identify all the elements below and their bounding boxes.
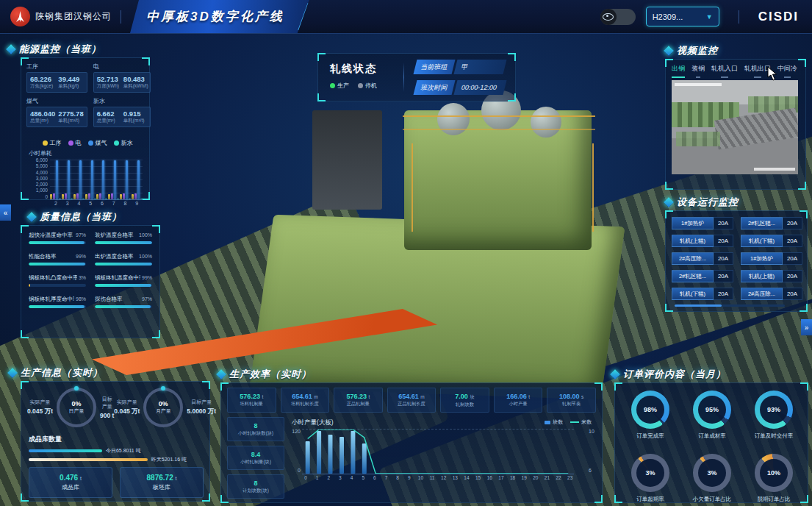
x-tick: 9: [135, 201, 138, 206]
equipment-current-value: 20A: [714, 217, 733, 229]
legend-label: 块数: [553, 418, 563, 426]
equipment-cell: 2#轧区辊...20A: [672, 270, 733, 282]
x-tick: 4: [77, 201, 80, 206]
hourly-chart-title: 小时产量(大板): [292, 418, 334, 427]
bar-group: [96, 160, 107, 199]
y-tick: 5,000: [29, 164, 48, 169]
donut-value: 10%: [760, 459, 788, 487]
platform-railing: [403, 115, 595, 117]
inventory-bar-row: 昨天5201.16 吨: [29, 455, 204, 464]
order-donuts: 98%订单完成率95%订单成材率93%订单及时交付率3%订单超期率3%小欠量订单…: [622, 391, 802, 506]
x-tick: 17: [497, 475, 505, 480]
equipment-name-button[interactable]: 轧机(下辊): [672, 288, 714, 300]
line-legend-swatch: [570, 421, 579, 423]
quality-item: 性能合格率99%: [29, 253, 86, 266]
energy-panel: 工序68.226万焦(kgce)39.449单耗(kg/t)电52.713万度(…: [21, 57, 150, 200]
quality-item: 钢板终轧厚度命中率98%: [29, 296, 86, 308]
inventory-bar-row: 今日65.8011 吨: [29, 446, 204, 455]
x-tick: 10: [417, 475, 424, 480]
equipment-cell: 2#高压除...20A: [741, 288, 802, 300]
energy-chart-ylabel: 小时单耗: [29, 149, 52, 157]
camera-feed[interactable]: [672, 80, 798, 174]
progress-track: [29, 241, 86, 244]
efficiency-cards: 576.23 t坯料轧制量654.61 m坯料轧制长度576.23 t正品轧制量…: [227, 388, 596, 413]
quality-item: 装炉温度合格率100%: [95, 232, 152, 244]
order-donut: 95%订单成材率: [693, 391, 731, 443]
bar: [94, 199, 96, 199]
divider: [403, 63, 404, 92]
inventory-bar-label: 昨天5201.16 吨: [151, 456, 187, 463]
bar: [137, 160, 140, 199]
inventory-bars: 今日65.8011 吨昨天5201.16 吨: [29, 446, 204, 464]
energy-metric: 52.713万度(kWh): [97, 75, 121, 90]
equipment-cell: 1#加热炉20A: [672, 217, 733, 229]
inventory-cards: 0.476 t成品库8876.72 t板坯库: [29, 467, 204, 498]
output-gauge-group: 实际产量0.045 万t0%日产量目标产量900 t: [27, 388, 114, 427]
target-output: 目标产量900 t: [100, 396, 114, 419]
video-panel-title: 视频监控: [677, 44, 718, 57]
cooling-tower: [312, 110, 382, 210]
equipment-name-button[interactable]: 2#高压除...: [672, 252, 714, 265]
device-select-dropdown[interactable]: H2309... ▼: [646, 7, 719, 26]
chevron-down-icon: ▼: [706, 13, 713, 21]
equipment-cell: 1#加热炉20A: [741, 252, 802, 265]
donut-ring: 95%: [693, 391, 731, 429]
line-status-legend: 生产 停机: [330, 82, 377, 90]
equipment-name-button[interactable]: 轧机(上辊): [672, 235, 714, 247]
progress-track: [95, 241, 152, 244]
bar: [120, 194, 122, 199]
x-tick: 8: [123, 201, 126, 206]
efficiency-card: 576.23 t坯料轧制量: [227, 388, 276, 413]
equipment-name-button[interactable]: 2#轧区辊...: [672, 270, 714, 282]
equipment-name-button[interactable]: 1#加热炉: [741, 252, 783, 265]
right-expand-tab[interactable]: »: [801, 319, 812, 335]
y-tick: 120: [286, 429, 301, 434]
equipment-name-button[interactable]: 轧机(下辊): [741, 235, 783, 247]
camera-tab-4[interactable]: 中间冷: [777, 64, 797, 78]
mill-drum: [437, 103, 470, 135]
equipment-name-button[interactable]: 2#轧区辊...: [741, 217, 783, 229]
bar-group: [62, 160, 73, 199]
legend-item: 煤气: [88, 139, 107, 147]
x-tick: 0: [302, 475, 309, 480]
x-tick: 14: [463, 475, 470, 480]
progress-ring: 0%月产量: [143, 388, 183, 427]
company-name: 陕钢集团汉钢公司: [35, 10, 112, 23]
left-collapse-tab[interactable]: «: [0, 204, 11, 221]
camera-tab-2[interactable]: 轧机入口: [711, 64, 738, 78]
order-donut: 3%订单超期率: [631, 454, 669, 506]
bar: [76, 193, 79, 199]
legend-item: 工序: [43, 139, 62, 147]
visibility-toggle[interactable]: [600, 9, 636, 25]
equipment-scrollbar[interactable]: [675, 304, 785, 307]
equipment-name-button[interactable]: 2#高压除...: [741, 288, 783, 300]
inventory-card: 0.476 t成品库: [29, 467, 112, 498]
equipment-current-value: 20A: [714, 288, 733, 300]
bar: [96, 194, 98, 199]
x-tick: 9: [406, 475, 413, 480]
bar: [140, 199, 143, 199]
camera-osd: [754, 168, 795, 171]
donut-label: 订单及时交付率: [755, 432, 794, 440]
bar: [134, 193, 137, 199]
camera-tab-0[interactable]: 出钢: [672, 64, 685, 78]
quality-item-top: 超快冷温度命中率97%: [29, 232, 86, 239]
bar: [59, 199, 61, 199]
legend-label: 米数: [581, 418, 592, 426]
quality-item-top: 探伤合格率97%: [95, 296, 152, 303]
energy-metric: 39.449单耗(kg/t): [58, 75, 83, 90]
bar: [102, 160, 104, 199]
equipment-name-button[interactable]: 1#加热炉: [672, 217, 714, 229]
hourly-output-chart: 1200 106 0123456789101112131415161718192…: [302, 429, 587, 483]
producing-dot: [330, 83, 335, 88]
progress-fill: [29, 284, 30, 287]
bar: [108, 194, 110, 199]
device-select-value: H2309...: [653, 13, 683, 21]
camera-tab-1[interactable]: 装钢: [691, 64, 705, 78]
equipment-cell: 轧机(下辊)20A: [741, 235, 802, 247]
progress-track: [29, 284, 86, 287]
eye-icon: [600, 9, 617, 25]
equipment-name-button[interactable]: 轧机(上辊): [741, 270, 783, 282]
efficiency-panel: 576.23 t坯料轧制量654.61 m坯料轧制长度576.23 t正品轧制量…: [220, 382, 603, 503]
legend-label: 生产: [337, 82, 349, 90]
